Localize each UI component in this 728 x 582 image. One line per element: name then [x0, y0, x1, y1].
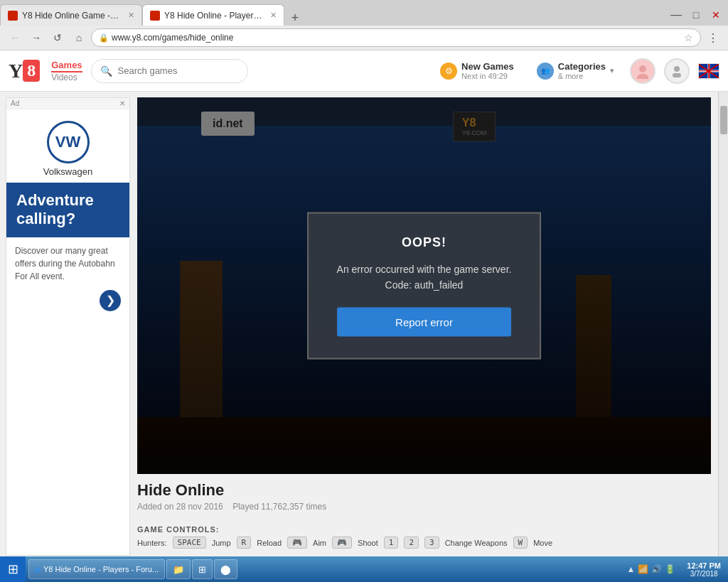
tray-network-icon[interactable]: 📶: [638, 564, 648, 574]
new-games-timer: Next in 49:29: [461, 72, 514, 80]
settings-icon[interactable]: ⋮: [704, 28, 722, 47]
ad-headline: Adventure calling?: [16, 191, 119, 229]
address-bar: 🔒 ☆: [91, 28, 701, 47]
search-box: 🔍: [91, 59, 248, 83]
window-close[interactable]: ✕: [707, 6, 725, 24]
ad-blue-section: Adventure calling?: [6, 183, 129, 237]
categories-more: & more: [558, 72, 606, 80]
control-aim-label: Aim: [313, 539, 326, 547]
main-content: Ad ✕ VW Volkswagen Adventure calling? Di…: [0, 92, 728, 556]
taskbar-items: ℯ Y8 Hide Online - Players - Foru... 📁 ⊞…: [26, 559, 622, 579]
new-games-icon: ⚙: [440, 63, 457, 80]
guest-icon-svg: [670, 64, 684, 78]
control-3-key: 3: [424, 537, 439, 549]
game-frame: id.net Y8 Y8.COM OOPS! An error occurred…: [137, 97, 711, 474]
game-controls: GAME CONTROLS: Hunters: SPACE Jump R Rel…: [137, 520, 711, 553]
control-shoot-icon: 🎮: [332, 537, 352, 549]
address-input[interactable]: [112, 33, 681, 43]
ad-header: Ad ✕: [6, 98, 129, 109]
file-explorer-icon: 📁: [173, 564, 184, 575]
user-avatar-icon: [635, 63, 651, 79]
control-jump-label: Jump: [212, 539, 231, 547]
tray-volume-icon[interactable]: 🔊: [651, 564, 662, 574]
address-lock-icon: 🔒: [99, 33, 109, 43]
ad-close-icon[interactable]: ✕: [119, 99, 125, 107]
tray-battery-icon[interactable]: 🔋: [665, 564, 675, 574]
browser-controls: ← → ↺ ⌂ 🔒 ☆ ⋮: [0, 26, 728, 50]
control-weapons-label: Change Weapons: [445, 539, 508, 547]
ad-label: Ad: [11, 99, 19, 107]
site-header: Y 8 Games Videos 🔍 ⚙ New Games Next in 4…: [0, 50, 728, 92]
taskbar-item-ie[interactable]: ℯ Y8 Hide Online - Players - Foru...: [28, 559, 165, 579]
game-info: Hide Online Added on 28 nov 2016 Played …: [137, 474, 711, 514]
game-title: Hide Online: [137, 481, 711, 500]
tab-1-close[interactable]: ✕: [128, 11, 134, 20]
windows-logo-icon: ⊞: [8, 561, 18, 577]
y8-logo[interactable]: Y 8: [9, 60, 40, 82]
svg-point-0: [639, 65, 646, 72]
categories-button[interactable]: 👥 Categories & more ▾: [530, 58, 621, 83]
forward-button[interactable]: →: [27, 28, 46, 47]
language-flag[interactable]: [698, 63, 719, 79]
vw-logo-area: VW Volkswagen: [6, 109, 129, 183]
bookmark-icon[interactable]: ☆: [684, 32, 693, 43]
guest-icon[interactable]: [664, 58, 690, 84]
control-hunters-label: Hunters:: [137, 539, 167, 547]
chevron-down-icon: ▾: [610, 66, 614, 75]
metro-icon: ⊞: [198, 564, 206, 575]
ad-cta-button[interactable]: ❯: [100, 290, 121, 311]
taskbar-item-explorer[interactable]: 📁: [166, 559, 191, 579]
controls-label: GAME CONTROLS:: [137, 525, 711, 534]
ad-body-text: Discover our many great offers during th…: [15, 246, 115, 281]
user-avatar[interactable]: [630, 58, 655, 84]
taskbar-clock[interactable]: 12:47 PM 3/7/2018: [680, 561, 728, 578]
back-button[interactable]: ←: [6, 28, 24, 47]
scroll-thumb[interactable]: [720, 106, 727, 134]
scrollbar[interactable]: [718, 92, 728, 556]
tray-up-arrow[interactable]: ▲: [626, 564, 635, 574]
start-button[interactable]: ⊞: [0, 556, 26, 582]
reload-button[interactable]: ↺: [48, 28, 67, 47]
categories-label: Categories: [558, 61, 606, 72]
control-1-key: 1: [384, 537, 399, 549]
game-added: Added on 28 nov 2016: [137, 502, 223, 512]
game-meta: Added on 28 nov 2016 Played 11,762,357 t…: [137, 502, 711, 512]
vw-logo-text: VW: [55, 133, 80, 151]
new-tab-button[interactable]: +: [284, 11, 306, 26]
search-input[interactable]: [118, 65, 239, 76]
control-shoot-label: Shoot: [358, 539, 378, 547]
svg-point-2: [674, 66, 680, 72]
game-area: id.net Y8 Y8.COM OOPS! An error occurred…: [130, 92, 718, 556]
logo-y: Y: [9, 60, 23, 82]
tab-1-favicon: [8, 11, 18, 21]
taskbar-date: 3/7/2018: [690, 570, 718, 578]
nav-games-link[interactable]: Games: [51, 60, 82, 72]
nav-videos-link[interactable]: Videos: [51, 72, 82, 82]
taskbar-time: 12:47 PM: [687, 561, 721, 570]
new-games-label: New Games: [461, 61, 514, 72]
window-maximize[interactable]: □: [687, 6, 705, 24]
ad-body: Discover our many great offers during th…: [6, 237, 129, 318]
search-icon: 🔍: [100, 65, 112, 77]
window-minimize[interactable]: —: [667, 6, 685, 24]
tab-1[interactable]: Y8 Hide Online Game - Play onli... ✕: [0, 4, 142, 26]
control-w-key: W: [513, 537, 528, 549]
svg-point-1: [637, 74, 648, 79]
controls-row: Hunters: SPACE Jump R Reload 🎮 Aim 🎮 Sho…: [137, 537, 711, 549]
tab-2[interactable]: Y8 Hide Online - Players - Foru... ✕: [142, 4, 284, 26]
new-games-button[interactable]: ⚙ New Games Next in 49:29: [433, 58, 521, 83]
vw-logo-circle: VW: [47, 121, 90, 163]
error-message: An error occurred with the game server.C…: [337, 262, 512, 293]
home-button[interactable]: ⌂: [70, 28, 88, 47]
categories-text: Categories & more: [558, 61, 606, 80]
game-played: Played 11,762,357 times: [232, 502, 326, 512]
ad-cta: ❯: [15, 290, 121, 311]
tab-2-title: Y8 Hide Online - Players - Foru...: [164, 11, 263, 21]
tab-1-title: Y8 Hide Online Game - Play onli...: [22, 11, 121, 21]
taskbar-item-chrome[interactable]: ⬤: [214, 559, 237, 579]
tab-2-close[interactable]: ✕: [270, 11, 277, 20]
taskbar-item-metro[interactable]: ⊞: [192, 559, 213, 579]
taskbar: ⊞ ℯ Y8 Hide Online - Players - Foru... 📁…: [0, 556, 728, 582]
categories-icon: 👥: [537, 63, 554, 80]
report-error-button[interactable]: Report error: [337, 307, 512, 336]
